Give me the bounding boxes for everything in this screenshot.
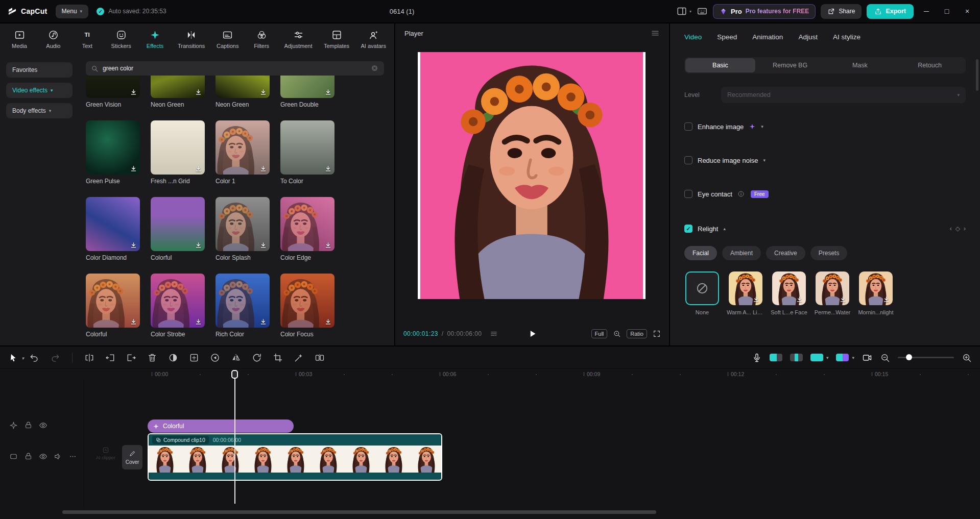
chevron-down-icon[interactable]: ▾	[763, 158, 766, 163]
sidebar-item-video-effects[interactable]: Video effects▾	[6, 83, 73, 98]
layout-toggle-icon[interactable]	[676, 6, 687, 17]
tab-animation[interactable]: Animation	[752, 33, 783, 41]
download-icon[interactable]	[130, 241, 137, 249]
download-icon[interactable]	[324, 241, 332, 249]
magnet-toggle-icon[interactable]	[770, 354, 782, 361]
download-icon[interactable]	[839, 295, 847, 303]
tab-audio[interactable]: Audio	[42, 30, 64, 49]
cover-button[interactable]: Cover	[122, 445, 142, 469]
tab-stickers[interactable]: Stickers	[110, 30, 132, 49]
effect-thumbnail[interactable]	[86, 76, 140, 98]
download-icon[interactable]	[195, 88, 202, 96]
reduce-image-noise-checkbox[interactable]	[684, 156, 692, 164]
preset-item[interactable]: Mornin...nlight	[858, 271, 894, 315]
effect-item[interactable]: Color Edge	[280, 197, 334, 261]
tab-ai-avatars[interactable]: AI avatars	[361, 30, 386, 49]
focus-zoom-icon[interactable]	[613, 330, 621, 338]
menu-button[interactable]: Menu ▾	[56, 5, 89, 18]
separate-icon[interactable]	[315, 353, 325, 363]
download-icon[interactable]	[259, 318, 267, 326]
play-button[interactable]	[527, 328, 538, 339]
relight-checkbox[interactable]	[684, 225, 692, 233]
export-button[interactable]: Export	[867, 4, 914, 19]
download-icon[interactable]	[259, 241, 267, 249]
split-icon[interactable]	[84, 353, 94, 363]
download-icon[interactable]	[195, 165, 202, 172]
effect-thumbnail[interactable]	[151, 197, 205, 251]
tab-effects[interactable]: Effects	[144, 30, 166, 49]
effect-thumbnail[interactable]	[86, 274, 140, 328]
zoom-out-icon[interactable]	[880, 353, 890, 363]
relight-tab-ambient[interactable]: Ambient	[722, 246, 761, 260]
download-icon[interactable]	[130, 318, 137, 326]
undo-icon[interactable]	[29, 353, 39, 363]
full-screen-preview-button[interactable]: Full	[591, 329, 608, 338]
download-icon[interactable]	[130, 165, 137, 172]
download-icon[interactable]	[796, 295, 803, 303]
eye-icon[interactable]	[39, 421, 47, 430]
close-button[interactable]: ×	[960, 7, 975, 15]
preset-item[interactable]: Soft L...e Face	[771, 271, 807, 315]
chevron-down-icon[interactable]: ▾	[852, 355, 854, 360]
search-input[interactable]	[103, 65, 367, 72]
effect-item[interactable]: Colorful	[86, 274, 140, 338]
sidebar-item-body-effects[interactable]: Body effects▾	[6, 103, 73, 118]
effect-clip[interactable]: Colorful	[148, 419, 294, 433]
ripple-toggle-icon[interactable]	[790, 354, 803, 361]
tab-video[interactable]: Video	[684, 33, 702, 41]
more-icon[interactable]	[68, 452, 77, 461]
linked-toggle-icon[interactable]	[810, 354, 823, 361]
preset-item[interactable]: Perme...Water	[815, 271, 850, 315]
lock-icon[interactable]	[24, 452, 33, 461]
playhead-handle[interactable]	[231, 370, 238, 379]
effect-item[interactable]: Colorful	[151, 197, 205, 261]
effect-item[interactable]: Color Splash	[216, 197, 270, 261]
pro-banner[interactable]: Pro Pro features for FREE	[713, 4, 816, 19]
search-box[interactable]	[86, 61, 384, 76]
delete-icon[interactable]	[147, 353, 157, 363]
effect-item[interactable]: To Color	[280, 120, 334, 185]
effect-thumbnail[interactable]	[216, 197, 270, 251]
video-track-icon[interactable]	[9, 452, 18, 461]
multitrack-toggle-icon[interactable]	[836, 354, 849, 361]
download-icon[interactable]	[882, 295, 890, 303]
effect-thumbnail[interactable]	[216, 274, 270, 328]
effect-item[interactable]: Color Diamond	[86, 197, 140, 261]
mirror-icon[interactable]	[231, 353, 241, 363]
enhance-image-checkbox[interactable]	[684, 122, 692, 131]
tab-adjust[interactable]: Adjust	[798, 33, 818, 41]
mask-icon[interactable]	[168, 353, 178, 363]
download-icon[interactable]	[195, 241, 202, 249]
subtab-remove-bg[interactable]: Remove BG	[755, 58, 825, 72]
subtab-mask[interactable]: Mask	[825, 58, 895, 72]
effect-thumbnail[interactable]	[216, 120, 270, 175]
chroma-key-icon[interactable]	[294, 353, 304, 363]
effect-thumbnail[interactable]	[280, 76, 334, 98]
expand-icon[interactable]	[653, 330, 661, 338]
keyboard-shortcuts-icon[interactable]	[697, 6, 708, 17]
download-icon[interactable]	[130, 88, 137, 96]
share-button[interactable]: Share	[821, 4, 862, 19]
freeze-frame-icon[interactable]	[189, 353, 199, 363]
player-menu-icon[interactable]	[651, 29, 660, 38]
zoom-in-icon[interactable]	[962, 353, 972, 363]
preset-item[interactable]: Warm A... Light	[728, 271, 763, 315]
preset-none[interactable]: None	[684, 271, 720, 315]
clear-search-icon[interactable]	[371, 64, 379, 72]
zoom-slider-thumb[interactable]	[906, 354, 912, 360]
effect-item[interactable]: Green Double	[280, 76, 334, 108]
chevron-up-icon[interactable]: ▴	[723, 226, 726, 231]
sidebar-item-favorites[interactable]: Favorites	[6, 62, 73, 78]
zoom-slider[interactable]	[898, 357, 954, 358]
effect-item[interactable]: Color Strobe	[151, 274, 205, 338]
timeline-ruler[interactable]: 00:0000:0300:0600:0900:1200:15	[0, 369, 980, 380]
microphone-icon[interactable]	[752, 353, 762, 363]
effect-thumbnail[interactable]	[151, 76, 205, 98]
effect-thumbnail[interactable]	[86, 120, 140, 175]
level-select[interactable]: Recommended ▾	[721, 87, 966, 103]
effect-item[interactable]: Green Pulse	[86, 120, 140, 185]
effect-thumbnail[interactable]	[280, 197, 334, 251]
effect-item[interactable]: Green Vision	[86, 76, 140, 108]
playback-settings-icon[interactable]	[490, 330, 498, 338]
effect-track-icon[interactable]	[9, 421, 18, 430]
